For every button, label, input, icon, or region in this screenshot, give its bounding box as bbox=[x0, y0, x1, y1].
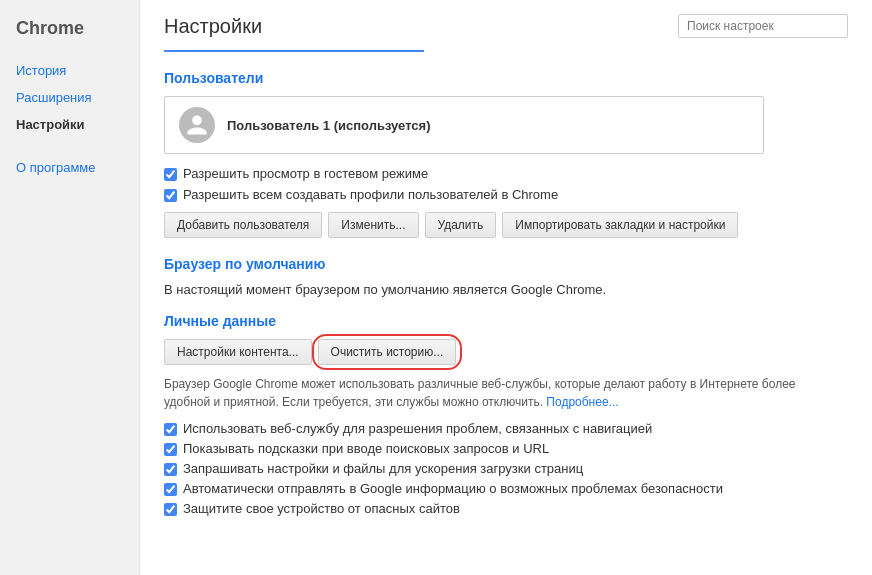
clear-history-button-wrapper: Очистить историю... bbox=[318, 339, 457, 365]
protect-checkbox-row: Защитите свое устройство от опасных сайт… bbox=[164, 501, 848, 516]
protect-label[interactable]: Защитите свое устройство от опасных сайт… bbox=[183, 501, 460, 516]
add-user-button[interactable]: Добавить пользователя bbox=[164, 212, 322, 238]
delete-button[interactable]: Удалить bbox=[425, 212, 497, 238]
user-card: Пользователь 1 (используется) bbox=[164, 96, 764, 154]
search-input[interactable] bbox=[678, 14, 848, 38]
security-label[interactable]: Автоматически отправлять в Google информ… bbox=[183, 481, 723, 496]
content-settings-button[interactable]: Настройки контента... bbox=[164, 339, 312, 365]
protect-checkbox[interactable] bbox=[164, 503, 177, 516]
sidebar-item-about[interactable]: О программе bbox=[0, 154, 139, 181]
guest-mode-checkbox[interactable] bbox=[164, 168, 177, 181]
more-info-link[interactable]: Подробнее... bbox=[546, 395, 618, 409]
personal-data-description: Браузер Google Chrome может использовать… bbox=[164, 375, 804, 411]
app-logo: Chrome bbox=[0, 10, 139, 57]
security-checkbox-row: Автоматически отправлять в Google информ… bbox=[164, 481, 848, 496]
page-title: Настройки bbox=[164, 15, 262, 38]
import-button[interactable]: Импортировать закладки и настройки bbox=[502, 212, 738, 238]
main-content: Настройки Пользователи Пользователь 1 (и… bbox=[140, 0, 872, 575]
default-browser-text: В настоящий момент браузером по умолчани… bbox=[164, 282, 848, 297]
users-section-title: Пользователи bbox=[164, 70, 848, 86]
preload-checkbox[interactable] bbox=[164, 463, 177, 476]
hints-checkbox-row: Показывать подсказки при вводе поисковых… bbox=[164, 441, 848, 456]
sidebar: Chrome История Расширения Настройки О пр… bbox=[0, 0, 140, 575]
create-profiles-label[interactable]: Разрешить всем создавать профили пользов… bbox=[183, 187, 558, 202]
sidebar-item-extensions[interactable]: Расширения bbox=[0, 84, 139, 111]
sidebar-item-settings[interactable]: Настройки bbox=[0, 111, 139, 138]
preload-checkbox-row: Запрашивать настройки и файлы для ускоре… bbox=[164, 461, 848, 476]
nav-service-checkbox-row: Использовать веб-службу для разрешения п… bbox=[164, 421, 848, 436]
create-profiles-checkbox[interactable] bbox=[164, 189, 177, 202]
guest-mode-checkbox-row: Разрешить просмотр в гостевом режиме bbox=[164, 166, 848, 181]
hints-checkbox[interactable] bbox=[164, 443, 177, 456]
user-name: Пользователь 1 (используется) bbox=[227, 118, 431, 133]
user-avatar-icon bbox=[185, 113, 209, 137]
default-browser-section-title: Браузер по умолчанию bbox=[164, 256, 848, 272]
header-row: Настройки bbox=[164, 14, 848, 38]
hints-label[interactable]: Показывать подсказки при вводе поисковых… bbox=[183, 441, 549, 456]
change-button[interactable]: Изменить... bbox=[328, 212, 418, 238]
clear-history-button[interactable]: Очистить историю... bbox=[318, 339, 457, 365]
sidebar-divider bbox=[0, 138, 139, 154]
security-checkbox[interactable] bbox=[164, 483, 177, 496]
nav-service-checkbox[interactable] bbox=[164, 423, 177, 436]
sidebar-item-history[interactable]: История bbox=[0, 57, 139, 84]
personal-data-buttons-row: Настройки контента... Очистить историю..… bbox=[164, 339, 848, 365]
guest-mode-label[interactable]: Разрешить просмотр в гостевом режиме bbox=[183, 166, 428, 181]
preload-label[interactable]: Запрашивать настройки и файлы для ускоре… bbox=[183, 461, 583, 476]
avatar bbox=[179, 107, 215, 143]
personal-data-section-title: Личные данные bbox=[164, 313, 848, 329]
nav-service-label[interactable]: Использовать веб-службу для разрешения п… bbox=[183, 421, 652, 436]
tabs-underline bbox=[164, 48, 424, 52]
personal-data-checkboxes: Использовать веб-службу для разрешения п… bbox=[164, 421, 848, 516]
create-profiles-checkbox-row: Разрешить всем создавать профили пользов… bbox=[164, 187, 848, 202]
user-buttons-row: Добавить пользователя Изменить... Удалит… bbox=[164, 212, 848, 238]
